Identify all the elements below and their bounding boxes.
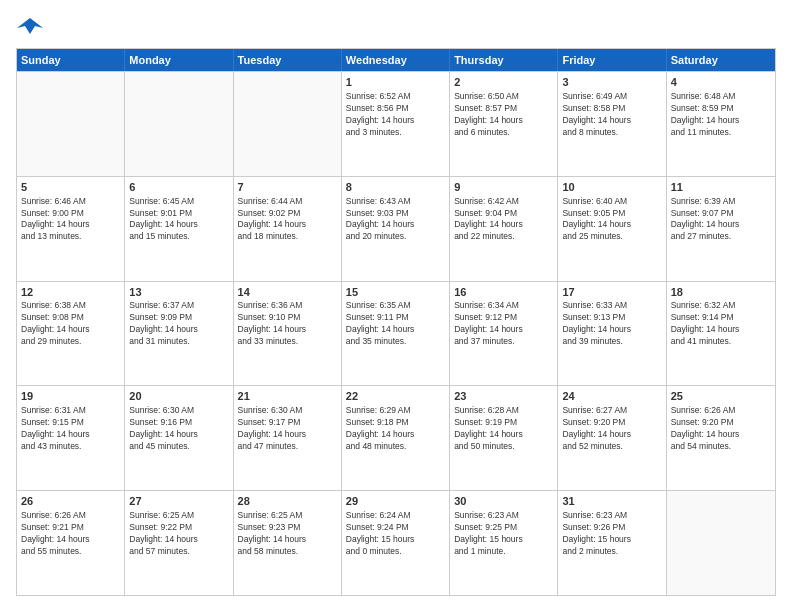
day-info: Sunrise: 6:24 AM Sunset: 9:24 PM Dayligh… (346, 510, 445, 558)
cal-cell: 19Sunrise: 6:31 AM Sunset: 9:15 PM Dayli… (17, 386, 125, 490)
day-info: Sunrise: 6:33 AM Sunset: 9:13 PM Dayligh… (562, 300, 661, 348)
logo-bird-icon (17, 16, 43, 38)
day-info: Sunrise: 6:43 AM Sunset: 9:03 PM Dayligh… (346, 196, 445, 244)
cal-cell: 2Sunrise: 6:50 AM Sunset: 8:57 PM Daylig… (450, 72, 558, 176)
day-info: Sunrise: 6:23 AM Sunset: 9:26 PM Dayligh… (562, 510, 661, 558)
day-info: Sunrise: 6:29 AM Sunset: 9:18 PM Dayligh… (346, 405, 445, 453)
day-info: Sunrise: 6:44 AM Sunset: 9:02 PM Dayligh… (238, 196, 337, 244)
cal-cell: 16Sunrise: 6:34 AM Sunset: 9:12 PM Dayli… (450, 282, 558, 386)
day-number: 13 (129, 285, 228, 300)
day-info: Sunrise: 6:26 AM Sunset: 9:21 PM Dayligh… (21, 510, 120, 558)
cal-week-row: 26Sunrise: 6:26 AM Sunset: 9:21 PM Dayli… (17, 490, 775, 595)
day-info: Sunrise: 6:49 AM Sunset: 8:58 PM Dayligh… (562, 91, 661, 139)
day-number: 23 (454, 389, 553, 404)
day-info: Sunrise: 6:45 AM Sunset: 9:01 PM Dayligh… (129, 196, 228, 244)
cal-cell: 26Sunrise: 6:26 AM Sunset: 9:21 PM Dayli… (17, 491, 125, 595)
day-info: Sunrise: 6:50 AM Sunset: 8:57 PM Dayligh… (454, 91, 553, 139)
day-info: Sunrise: 6:46 AM Sunset: 9:00 PM Dayligh… (21, 196, 120, 244)
cal-cell: 6Sunrise: 6:45 AM Sunset: 9:01 PM Daylig… (125, 177, 233, 281)
day-number: 22 (346, 389, 445, 404)
day-number: 2 (454, 75, 553, 90)
cal-cell: 3Sunrise: 6:49 AM Sunset: 8:58 PM Daylig… (558, 72, 666, 176)
header-sunday: Sunday (17, 49, 125, 71)
day-number: 4 (671, 75, 771, 90)
day-number: 31 (562, 494, 661, 509)
header-monday: Monday (125, 49, 233, 71)
cal-cell: 11Sunrise: 6:39 AM Sunset: 9:07 PM Dayli… (667, 177, 775, 281)
cal-cell: 21Sunrise: 6:30 AM Sunset: 9:17 PM Dayli… (234, 386, 342, 490)
header-friday: Friday (558, 49, 666, 71)
header-thursday: Thursday (450, 49, 558, 71)
cal-cell: 24Sunrise: 6:27 AM Sunset: 9:20 PM Dayli… (558, 386, 666, 490)
calendar: Sunday Monday Tuesday Wednesday Thursday… (16, 48, 776, 596)
header (16, 16, 776, 38)
day-number: 5 (21, 180, 120, 195)
header-wednesday: Wednesday (342, 49, 450, 71)
day-number: 1 (346, 75, 445, 90)
cal-cell (234, 72, 342, 176)
cal-cell (667, 491, 775, 595)
day-info: Sunrise: 6:52 AM Sunset: 8:56 PM Dayligh… (346, 91, 445, 139)
day-info: Sunrise: 6:38 AM Sunset: 9:08 PM Dayligh… (21, 300, 120, 348)
cal-cell: 10Sunrise: 6:40 AM Sunset: 9:05 PM Dayli… (558, 177, 666, 281)
cal-cell: 14Sunrise: 6:36 AM Sunset: 9:10 PM Dayli… (234, 282, 342, 386)
header-tuesday: Tuesday (234, 49, 342, 71)
cal-cell: 30Sunrise: 6:23 AM Sunset: 9:25 PM Dayli… (450, 491, 558, 595)
day-info: Sunrise: 6:30 AM Sunset: 9:16 PM Dayligh… (129, 405, 228, 453)
cal-cell: 13Sunrise: 6:37 AM Sunset: 9:09 PM Dayli… (125, 282, 233, 386)
day-number: 6 (129, 180, 228, 195)
day-number: 14 (238, 285, 337, 300)
day-info: Sunrise: 6:25 AM Sunset: 9:23 PM Dayligh… (238, 510, 337, 558)
day-info: Sunrise: 6:34 AM Sunset: 9:12 PM Dayligh… (454, 300, 553, 348)
day-number: 17 (562, 285, 661, 300)
day-info: Sunrise: 6:37 AM Sunset: 9:09 PM Dayligh… (129, 300, 228, 348)
day-number: 18 (671, 285, 771, 300)
calendar-header-row: Sunday Monday Tuesday Wednesday Thursday… (17, 49, 775, 71)
header-saturday: Saturday (667, 49, 775, 71)
day-number: 21 (238, 389, 337, 404)
day-number: 30 (454, 494, 553, 509)
cal-cell: 9Sunrise: 6:42 AM Sunset: 9:04 PM Daylig… (450, 177, 558, 281)
cal-cell: 17Sunrise: 6:33 AM Sunset: 9:13 PM Dayli… (558, 282, 666, 386)
cal-cell: 23Sunrise: 6:28 AM Sunset: 9:19 PM Dayli… (450, 386, 558, 490)
cal-cell: 8Sunrise: 6:43 AM Sunset: 9:03 PM Daylig… (342, 177, 450, 281)
cal-week-row: 12Sunrise: 6:38 AM Sunset: 9:08 PM Dayli… (17, 281, 775, 386)
cal-cell: 18Sunrise: 6:32 AM Sunset: 9:14 PM Dayli… (667, 282, 775, 386)
cal-cell (17, 72, 125, 176)
cal-cell: 7Sunrise: 6:44 AM Sunset: 9:02 PM Daylig… (234, 177, 342, 281)
day-number: 28 (238, 494, 337, 509)
cal-cell: 27Sunrise: 6:25 AM Sunset: 9:22 PM Dayli… (125, 491, 233, 595)
day-number: 9 (454, 180, 553, 195)
day-number: 27 (129, 494, 228, 509)
day-info: Sunrise: 6:32 AM Sunset: 9:14 PM Dayligh… (671, 300, 771, 348)
day-number: 19 (21, 389, 120, 404)
cal-cell: 28Sunrise: 6:25 AM Sunset: 9:23 PM Dayli… (234, 491, 342, 595)
day-info: Sunrise: 6:36 AM Sunset: 9:10 PM Dayligh… (238, 300, 337, 348)
day-info: Sunrise: 6:30 AM Sunset: 9:17 PM Dayligh… (238, 405, 337, 453)
cal-cell: 31Sunrise: 6:23 AM Sunset: 9:26 PM Dayli… (558, 491, 666, 595)
day-info: Sunrise: 6:28 AM Sunset: 9:19 PM Dayligh… (454, 405, 553, 453)
cal-cell: 5Sunrise: 6:46 AM Sunset: 9:00 PM Daylig… (17, 177, 125, 281)
cal-cell: 29Sunrise: 6:24 AM Sunset: 9:24 PM Dayli… (342, 491, 450, 595)
day-info: Sunrise: 6:31 AM Sunset: 9:15 PM Dayligh… (21, 405, 120, 453)
cal-cell: 15Sunrise: 6:35 AM Sunset: 9:11 PM Dayli… (342, 282, 450, 386)
day-number: 7 (238, 180, 337, 195)
day-info: Sunrise: 6:27 AM Sunset: 9:20 PM Dayligh… (562, 405, 661, 453)
cal-week-row: 1Sunrise: 6:52 AM Sunset: 8:56 PM Daylig… (17, 71, 775, 176)
calendar-body: 1Sunrise: 6:52 AM Sunset: 8:56 PM Daylig… (17, 71, 775, 595)
cal-cell (125, 72, 233, 176)
day-number: 15 (346, 285, 445, 300)
day-number: 16 (454, 285, 553, 300)
day-info: Sunrise: 6:42 AM Sunset: 9:04 PM Dayligh… (454, 196, 553, 244)
page: Sunday Monday Tuesday Wednesday Thursday… (0, 0, 792, 612)
day-number: 20 (129, 389, 228, 404)
day-info: Sunrise: 6:23 AM Sunset: 9:25 PM Dayligh… (454, 510, 553, 558)
cal-cell: 4Sunrise: 6:48 AM Sunset: 8:59 PM Daylig… (667, 72, 775, 176)
cal-cell: 12Sunrise: 6:38 AM Sunset: 9:08 PM Dayli… (17, 282, 125, 386)
day-number: 24 (562, 389, 661, 404)
cal-cell: 1Sunrise: 6:52 AM Sunset: 8:56 PM Daylig… (342, 72, 450, 176)
logo (16, 16, 46, 38)
cal-cell: 22Sunrise: 6:29 AM Sunset: 9:18 PM Dayli… (342, 386, 450, 490)
cal-week-row: 5Sunrise: 6:46 AM Sunset: 9:00 PM Daylig… (17, 176, 775, 281)
day-number: 3 (562, 75, 661, 90)
